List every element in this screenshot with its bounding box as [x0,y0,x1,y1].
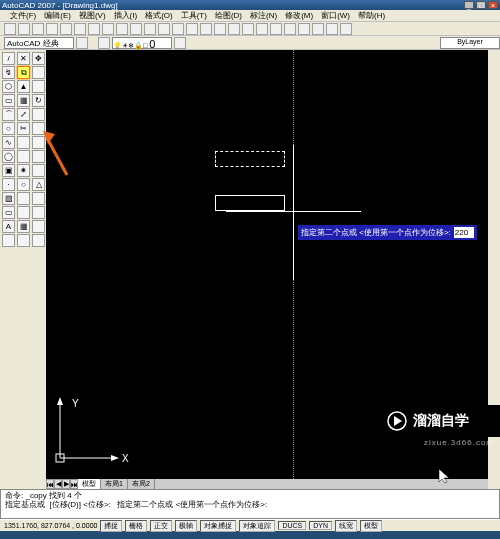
dim-style-icon[interactable] [326,23,338,35]
offset-icon[interactable] [32,80,45,93]
dyn-toggle[interactable]: DYN [309,521,332,530]
layer-props-mgr-icon[interactable] [98,37,110,49]
model-toggle[interactable]: 模型 [360,520,382,532]
spline-icon[interactable]: ∿ [2,136,15,149]
props-icon[interactable] [214,23,226,35]
command-window[interactable]: 命令: _copy 找到 4 个 指定基点或 [位移(D)] <位移>: 指定第… [0,489,500,519]
xline-icon[interactable]: ✕ [17,52,30,65]
cut-icon[interactable] [74,23,86,35]
block-icon[interactable]: ▣ [2,164,15,177]
tab-nav-next-icon[interactable]: ▶ [62,479,70,489]
chamfer-icon[interactable] [17,150,30,163]
tab-layout1[interactable]: 布局1 [101,479,128,489]
layer-prev-icon[interactable] [174,37,186,49]
grid-toggle[interactable]: 栅格 [125,520,147,532]
tool-palette-icon[interactable] [242,23,254,35]
maximize-button[interactable]: □ [476,1,486,9]
linetype-dropdown[interactable]: ByLayer [440,37,500,49]
dist-icon[interactable] [2,234,15,247]
tool-misc6-icon[interactable] [32,206,45,219]
open-icon[interactable] [18,23,30,35]
line-icon[interactable]: / [2,52,15,65]
table-icon[interactable]: ▦ [17,220,30,233]
tab-model[interactable]: 模型 [78,479,101,489]
tab-nav-prev-icon[interactable]: ◀ [54,479,62,489]
array-icon[interactable]: ▦ [17,94,30,107]
zoom-prev-icon[interactable] [200,23,212,35]
snap-toggle[interactable]: 捕捉 [100,520,122,532]
ws-settings-icon[interactable] [76,37,88,49]
ortho-toggle[interactable]: 正交 [150,520,172,532]
tab-nav-last-icon[interactable]: ⏭ [70,479,78,489]
menu-dim[interactable]: 标注(N) [246,10,281,21]
point-icon[interactable]: · [2,178,15,191]
hatch-icon[interactable]: ▨ [2,192,15,205]
minimize-button[interactable]: _ [464,1,474,9]
text-style-icon[interactable] [312,23,324,35]
pan-icon[interactable] [158,23,170,35]
osnap-toggle[interactable]: 对象捕捉 [200,520,236,532]
tab-nav-first-icon[interactable]: ⏮ [46,479,54,489]
circle-icon[interactable]: ○ [2,122,15,135]
close-button[interactable]: × [488,1,498,9]
paste-icon[interactable] [102,23,114,35]
save-icon[interactable] [32,23,44,35]
copy-tool-icon[interactable]: ⧉ [17,66,30,79]
menu-view[interactable]: 视图(V) [75,10,110,21]
otrack-toggle[interactable]: 对象追踪 [239,520,275,532]
ellipse-icon[interactable]: ◯ [2,150,15,163]
tool-misc4-icon[interactable] [32,192,45,205]
scale-icon[interactable]: ⤢ [17,108,30,121]
tooltip-value-input[interactable] [454,227,474,238]
menu-window[interactable]: 窗口(W) [317,10,354,21]
menu-format[interactable]: 格式(O) [141,10,177,21]
menu-tools[interactable]: 工具(T) [177,10,211,21]
tool-icon[interactable] [32,66,45,79]
table-style-icon[interactable] [340,23,352,35]
ducs-toggle[interactable]: DUCS [278,521,306,530]
tool-misc8-icon[interactable] [17,234,30,247]
menu-help[interactable]: 帮助(H) [354,10,389,21]
tab-layout2[interactable]: 布局2 [128,479,155,489]
rectangle-icon[interactable]: ▭ [2,94,15,107]
markup-icon[interactable] [270,23,282,35]
tool-misc5-icon[interactable] [17,206,30,219]
undo-icon[interactable] [130,23,142,35]
tool-misc7-icon[interactable] [32,220,45,233]
copy-icon[interactable] [88,23,100,35]
preview-icon[interactable] [60,23,72,35]
stretch-icon[interactable] [32,108,45,121]
new-icon[interactable] [4,23,16,35]
explode-icon[interactable]: ✷ [17,164,30,177]
redo-icon[interactable] [144,23,156,35]
tool-misc1-icon[interactable]: ○ [17,178,30,191]
polygon-icon[interactable]: ⬡ [2,80,15,93]
menu-edit[interactable]: 编辑(E) [40,10,75,21]
menu-modify[interactable]: 修改(M) [281,10,317,21]
tool-misc3-icon[interactable] [17,192,30,205]
move-icon[interactable]: ✥ [32,52,45,65]
calc-icon[interactable] [284,23,296,35]
help-icon[interactable] [298,23,310,35]
break-icon[interactable] [17,136,30,149]
tool-misc9-icon[interactable] [32,234,45,247]
polyline-icon[interactable]: ↯ [2,66,15,79]
mirror-icon[interactable]: ▲ [17,80,30,93]
menu-draw[interactable]: 绘图(D) [211,10,246,21]
print-icon[interactable] [46,23,58,35]
arc-icon[interactable]: ⌒ [2,108,15,121]
layer-dropdown[interactable]: 💡☀❄🔒□ 0 [112,37,172,49]
dc-icon[interactable] [228,23,240,35]
rotate-icon[interactable]: ↻ [32,94,45,107]
menu-insert[interactable]: 插入(I) [110,10,142,21]
region-icon[interactable]: ▭ [2,206,15,219]
match-icon[interactable] [116,23,128,35]
sheet-icon[interactable] [256,23,268,35]
lwt-toggle[interactable]: 线宽 [335,520,357,532]
text-icon[interactable]: A [2,220,15,233]
zoom-win-icon[interactable] [186,23,198,35]
menu-file[interactable]: 文件(F) [6,10,40,21]
zoom-rt-icon[interactable] [172,23,184,35]
trim-icon[interactable]: ✂ [17,122,30,135]
polar-toggle[interactable]: 极轴 [175,520,197,532]
